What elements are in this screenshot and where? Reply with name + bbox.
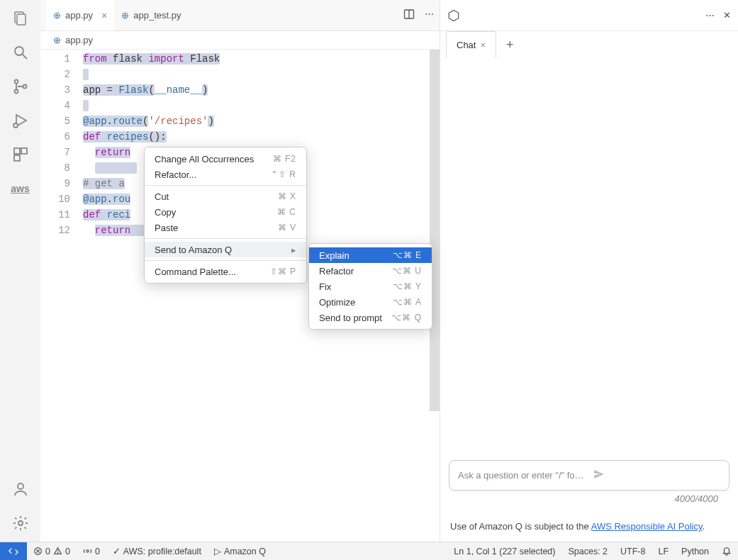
context-menu[interactable]: Change All Occurrences⌘ F2Refactor...⌃⇧ …: [144, 147, 307, 284]
source-control-icon[interactable]: [11, 77, 30, 96]
status-ports[interactable]: 0: [77, 547, 106, 556]
run-debug-icon[interactable]: [11, 111, 30, 130]
code-line[interactable]: @app.route('/recipes'): [83, 113, 440, 129]
svg-point-5: [14, 90, 18, 94]
context-submenu-item[interactable]: Explain⌥⌘ E: [309, 247, 432, 263]
svg-point-13: [18, 521, 23, 525]
chat-input[interactable]: Ask a question or enter "/" for quick ac…: [449, 460, 729, 491]
status-problems[interactable]: 0 0: [27, 547, 77, 556]
context-submenu[interactable]: Explain⌥⌘ ERefactor⌥⌘ UFix⌥⌘ YOptimize⌥⌘…: [308, 243, 432, 330]
svg-rect-1: [17, 14, 26, 25]
context-submenu-item[interactable]: Refactor⌥⌘ U: [309, 263, 432, 279]
svg-point-22: [86, 550, 89, 552]
close-panel-icon[interactable]: ✕: [723, 10, 731, 21]
remote-indicator[interactable]: [0, 542, 27, 560]
context-menu-item[interactable]: Paste⌘ V: [145, 220, 306, 235]
activity-bar: aws: [0, 0, 40, 542]
search-icon[interactable]: [11, 43, 30, 62]
context-menu-item[interactable]: Send to Amazon Q▸: [145, 242, 306, 257]
amazon-q-icon: [447, 9, 460, 22]
chat-tab[interactable]: Chat ×: [446, 31, 496, 58]
overview-ruler: [430, 50, 440, 411]
more-actions-icon[interactable]: ⋯: [705, 10, 715, 21]
svg-line-3: [23, 55, 27, 59]
tab-app-test-py[interactable]: ⊕ app_test.py: [114, 0, 188, 30]
amazon-q-panel: ⋯ ✕ Chat × + Ask a question or enter "/"…: [440, 0, 738, 542]
status-language[interactable]: Python: [675, 547, 715, 556]
python-icon: ⊕: [121, 10, 129, 21]
status-eol[interactable]: LF: [652, 547, 675, 556]
editor-tab-bar: ⊕ app.py × ⊕ app_test.py ⋯: [40, 0, 440, 31]
svg-point-4: [14, 80, 18, 84]
new-chat-tab-button[interactable]: +: [501, 38, 520, 52]
code-line[interactable]: [83, 98, 440, 113]
python-icon: ⊕: [53, 35, 61, 45]
context-submenu-item[interactable]: Optimize⌥⌘ A: [309, 294, 432, 310]
status-aws-profile[interactable]: ✓AWS: profile:default: [106, 546, 208, 556]
aws-icon[interactable]: aws: [11, 179, 30, 198]
svg-point-21: [57, 553, 58, 554]
code-line[interactable]: app = Flask(__name__): [83, 82, 440, 98]
status-indent[interactable]: Spaces: 2: [561, 547, 614, 556]
split-editor-icon[interactable]: [403, 9, 415, 22]
svg-marker-16: [449, 10, 459, 21]
more-actions-icon[interactable]: ⋯: [425, 9, 434, 22]
svg-point-12: [18, 483, 23, 489]
code-line[interactable]: [83, 67, 440, 82]
context-submenu-item[interactable]: Fix⌥⌘ Y: [309, 279, 432, 294]
accounts-icon[interactable]: [11, 479, 30, 499]
status-notifications-icon[interactable]: [715, 547, 738, 556]
settings-gear-icon[interactable]: [11, 513, 30, 533]
svg-point-6: [23, 85, 26, 89]
status-amazon-q[interactable]: ▷Amazon Q: [208, 546, 272, 556]
svg-point-2: [15, 47, 23, 55]
responsible-ai-link[interactable]: AWS Responsible AI Policy: [591, 521, 703, 532]
code-line[interactable]: from flask import Flask: [83, 51, 440, 67]
svg-rect-11: [14, 155, 20, 161]
tab-app-py[interactable]: ⊕ app.py ×: [46, 0, 114, 30]
status-cursor-position[interactable]: Ln 1, Col 1 (227 selected): [447, 547, 561, 556]
context-menu-item[interactable]: Refactor...⌃⇧ R: [145, 167, 306, 182]
context-menu-item[interactable]: Command Palette...⇧⌘ P: [145, 264, 306, 279]
chat-char-counter: 4000/4000: [449, 491, 729, 510]
close-icon[interactable]: ×: [480, 40, 486, 50]
code-line[interactable]: def recipes():: [83, 129, 440, 145]
svg-point-8: [13, 123, 18, 128]
breadcrumb-file: app.py: [65, 35, 93, 45]
context-submenu-item[interactable]: Send to prompt⌥⌘ Q: [309, 310, 432, 325]
line-gutter: 123456789101112: [40, 50, 83, 542]
status-encoding[interactable]: UTF-8: [614, 547, 652, 556]
tab-label: app_test.py: [133, 10, 181, 21]
svg-rect-9: [14, 148, 20, 154]
chat-tab-label: Chat: [457, 40, 476, 50]
chat-panel-header: ⋯ ✕: [440, 0, 738, 31]
context-menu-item[interactable]: Cut⌘ X: [145, 189, 306, 204]
context-menu-item[interactable]: Change All Occurrences⌘ F2: [145, 151, 306, 167]
chat-messages-area: [440, 58, 738, 453]
context-menu-item[interactable]: Copy⌘ C: [145, 204, 306, 220]
chat-input-placeholder: Ask a question or enter "/" for quick ac…: [458, 470, 586, 481]
tab-label: app.py: [65, 10, 93, 21]
extensions-icon[interactable]: [11, 145, 30, 164]
chat-footer: Use of Amazon Q is subject to the AWS Re…: [440, 517, 738, 542]
python-icon: ⊕: [53, 10, 61, 21]
chat-tab-bar: Chat × +: [440, 31, 738, 58]
breadcrumb[interactable]: ⊕ app.py: [40, 31, 440, 50]
explorer-icon[interactable]: [11, 9, 30, 28]
close-icon[interactable]: ×: [101, 10, 107, 21]
status-bar: 0 0 0 ✓AWS: profile:default ▷Amazon Q Ln…: [0, 542, 738, 560]
send-icon[interactable]: [593, 468, 720, 483]
svg-rect-10: [21, 148, 27, 154]
